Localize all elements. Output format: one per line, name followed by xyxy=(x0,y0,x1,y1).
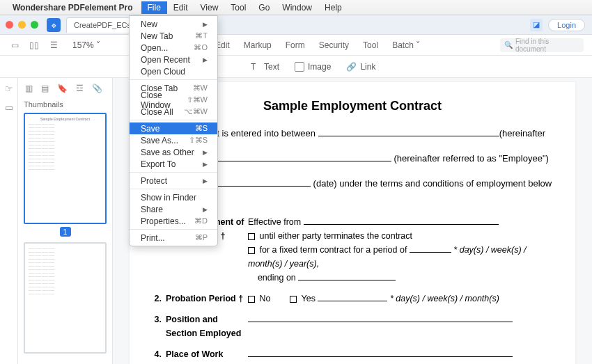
add-image-button[interactable]: Image xyxy=(295,62,331,72)
ribbon-markup[interactable]: Markup xyxy=(244,40,272,50)
close-window-icon[interactable] xyxy=(6,21,13,29)
menu-item-new-tab[interactable]: New Tab⌘T xyxy=(130,30,217,42)
page-view-icon[interactable]: ▭ xyxy=(8,40,21,50)
menu-item-show-in-finder[interactable]: Show in Finder xyxy=(130,191,217,203)
macos-menubar: Wondershare PDFelement Pro File Edit Vie… xyxy=(0,0,592,15)
hand-tool-icon[interactable]: ☞ xyxy=(5,84,13,94)
section-row: 4. Place of Work xyxy=(150,347,554,361)
menu-view[interactable]: View xyxy=(194,1,225,14)
ribbon-tool[interactable]: Tool xyxy=(363,40,378,50)
menu-item-print[interactable]: Print...⌘P xyxy=(130,232,217,244)
thumbnails-panel: ▥ ▤ 🔖 ☲ 📎 Thumbnails Sample Employment C… xyxy=(18,78,113,364)
window-titlebar: ⟐ CreatePDF_ECsample c × 2 × + ◪ Login xyxy=(0,15,592,35)
menu-item-properties[interactable]: Properties...⌘D xyxy=(130,215,217,227)
search-icon: 🔍 xyxy=(504,41,513,49)
edit-subtoolbar: TText Image 🔗Link xyxy=(0,56,592,78)
ribbon-security[interactable]: Security xyxy=(319,40,349,50)
main-area: ☞ ▭ ▥ ▤ 🔖 ☲ 📎 Thumbnails Sample Employme… xyxy=(0,78,592,364)
thumbnails-icon[interactable]: ▥ xyxy=(25,84,33,93)
file-menu-dropdown: New▶New Tab⌘TOpen...⌘OOpen Recent▶Open C… xyxy=(129,15,218,246)
checkbox-icon xyxy=(248,296,255,303)
traffic-lights xyxy=(6,21,38,29)
menu-item-open[interactable]: Open...⌘O xyxy=(130,42,217,54)
menu-item-protect[interactable]: Protect▶ xyxy=(130,175,217,187)
menu-help[interactable]: Help xyxy=(318,1,348,14)
continuous-view-icon[interactable]: ☰ xyxy=(47,40,60,50)
page-thumbnail-1[interactable]: Sample Employment Contract ─── ─── ─── ─… xyxy=(24,113,107,224)
menu-item-close-window[interactable]: Close Window⇧⌘W xyxy=(130,94,217,106)
menu-item-share[interactable]: Share▶ xyxy=(130,203,217,215)
bookmark-icon[interactable]: 🔖 xyxy=(57,84,68,93)
search-input[interactable]: 🔍 Find in this document xyxy=(500,38,584,52)
two-page-view-icon[interactable]: ▯▯ xyxy=(28,40,40,50)
thumbnails-label: Thumbnails xyxy=(24,100,107,109)
attachments-icon[interactable]: 📎 xyxy=(92,84,102,93)
section-row: 2. Probation Period † No Yes * day(s) / … xyxy=(150,292,554,306)
menu-item-save-as[interactable]: Save As...⇧⌘S xyxy=(130,134,217,146)
menu-item-save[interactable]: Save⌘S xyxy=(130,122,217,134)
add-link-button[interactable]: 🔗Link xyxy=(346,62,375,72)
page-number-badge: 1 xyxy=(60,227,71,237)
comments-icon[interactable]: ☲ xyxy=(76,84,84,93)
account-icon[interactable]: ◪ xyxy=(530,19,543,31)
app-logo-icon: ⟐ xyxy=(47,18,61,32)
select-tool-icon[interactable]: ▭ xyxy=(5,102,13,113)
ribbon-form[interactable]: Form xyxy=(286,40,305,50)
zoom-level[interactable]: 157% ˅ xyxy=(72,40,100,50)
menu-item-export-to[interactable]: Export To▶ xyxy=(130,158,217,170)
ribbon-tabs: Edit Markup Form Security Tool Batch ˅ xyxy=(215,40,420,50)
link-icon: 🔗 xyxy=(346,62,357,72)
search-placeholder: Find in this document xyxy=(515,38,579,53)
checkbox-icon xyxy=(248,247,255,254)
menu-edit[interactable]: Edit xyxy=(167,1,194,14)
image-icon xyxy=(295,62,304,72)
login-button[interactable]: Login xyxy=(548,19,585,31)
checkbox-icon xyxy=(248,233,255,240)
fullscreen-window-icon[interactable] xyxy=(31,21,38,29)
menu-file[interactable]: File xyxy=(141,1,167,14)
menu-tool[interactable]: Tool xyxy=(224,1,252,14)
page-thumbnail-2[interactable]: ─── ─── ─── ────── ─── ─── ────── ─── ──… xyxy=(24,242,107,354)
menu-go[interactable]: Go xyxy=(252,1,276,14)
menu-item-new[interactable]: New▶ xyxy=(130,18,217,30)
app-name: Wondershare PDFelement Pro xyxy=(13,3,133,13)
main-toolbar: ▭ ▯▯ ☰ 157% ˅ Edit Markup Form Security … xyxy=(0,35,592,56)
ribbon-batch[interactable]: Batch ˅ xyxy=(392,40,420,50)
left-tool-strip: ☞ ▭ xyxy=(0,78,18,364)
menu-window[interactable]: Window xyxy=(276,1,318,14)
checkbox-icon xyxy=(290,296,297,303)
outline-icon[interactable]: ▤ xyxy=(41,84,49,93)
text-icon: T xyxy=(251,62,260,72)
add-text-button[interactable]: TText xyxy=(251,62,279,72)
menu-item-open-recent[interactable]: Open Recent▶ xyxy=(130,54,217,65)
section-row: 3. Position and Section Employed xyxy=(150,312,554,340)
minimize-window-icon[interactable] xyxy=(18,21,26,29)
menu-item-save-as-other[interactable]: Save as Other▶ xyxy=(130,146,217,158)
menu-item-open-cloud[interactable]: Open Cloud xyxy=(130,65,217,77)
